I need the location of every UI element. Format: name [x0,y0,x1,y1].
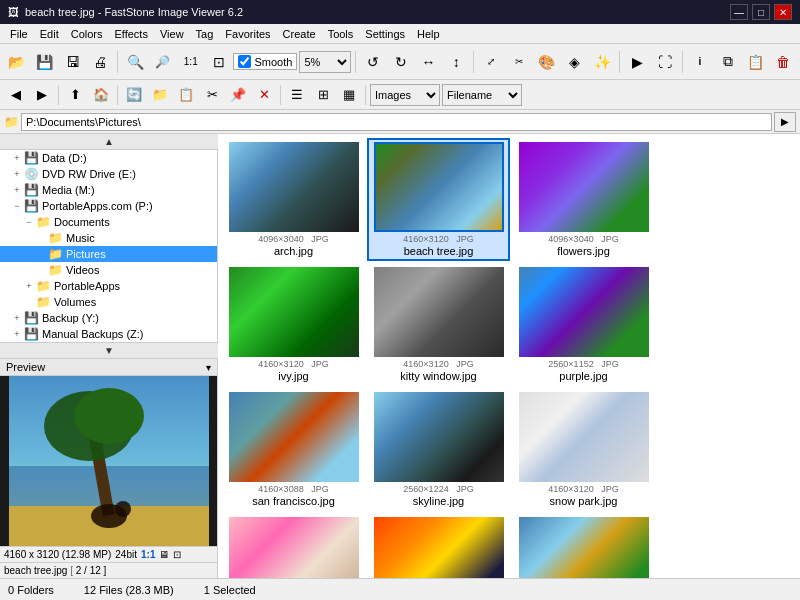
tree-item-dvd[interactable]: + 💿 DVD RW Drive (E:) [0,166,217,182]
menu-settings[interactable]: Settings [359,27,411,41]
tree-item-pictures[interactable]: 📁 Pictures [0,246,217,262]
menu-favorites[interactable]: Favorites [219,27,276,41]
tree-item-data[interactable]: + 💾 Data (D:) [0,150,217,166]
thumb-purple[interactable]: 2560×1152 JPG purple.jpg [512,263,655,386]
zoom-100-button[interactable]: 1:1 [178,49,204,75]
thumb-snow-name: snow park.jpg [550,495,618,507]
color-adj-button[interactable]: 🎨 [534,49,560,75]
smooth-checkbox[interactable] [238,55,251,68]
move-button[interactable]: ✂ [200,83,224,107]
thumb-snow[interactable]: 4160×3120 JPG snow park.jpg [512,388,655,511]
zoom-in-button[interactable]: 🔍 [122,49,148,75]
thumb-beach[interactable]: 4160×3120 JPG beach tree.jpg [367,138,510,261]
preview-header: Preview ▾ [0,359,217,376]
print-button[interactable]: 🖨 [87,49,113,75]
tree-item-documents[interactable]: − 📁 Documents [0,214,217,230]
slideshow-button[interactable]: ▶ [624,49,650,75]
thumb-flowers-dims: 4096×3040 JPG [548,234,618,244]
tree-item-backup[interactable]: + 💾 Backup (Y:) [0,310,217,326]
nav-back-button[interactable]: ◀ [4,83,28,107]
tree-item-manualbackups[interactable]: + 💾 Manual Backups (Z:) [0,326,217,342]
thumb-gecko[interactable]: 4160×3088 JPG stowaway gecko.jpg [222,513,365,578]
thumb-beach-dims: 4160×3120 JPG [403,234,473,244]
menu-bar: File Edit Colors Effects View Tag Favori… [0,24,800,44]
thumb-skyline[interactable]: 2560×1224 JPG skyline.jpg [367,388,510,511]
nav-forward-button[interactable]: ▶ [30,83,54,107]
menu-help[interactable]: Help [411,27,446,41]
file-type-select[interactable]: Images All Files [370,84,440,106]
zoom-select[interactable]: 5% 10% 25% 50% 75% 100% [299,51,351,73]
thumb-ivy[interactable]: 4160×3120 JPG ivy.jpg [222,263,365,386]
thumb-flowers[interactable]: 4096×3040 JPG flowers.jpg [512,138,655,261]
info-button[interactable]: i [687,49,713,75]
sep2 [355,51,356,73]
tree-label-documents: Documents [54,216,110,228]
address-go-button[interactable]: ▶ [774,112,796,132]
preview-toggle-icon[interactable]: ▾ [206,362,211,373]
zoom-fit-button[interactable]: ⊡ [206,49,232,75]
copy-to-button[interactable]: 📋 [743,49,769,75]
portable-icon: 💾 [24,199,39,213]
sort-select[interactable]: Filename Date Size Type [442,84,522,106]
scroll-down-arrow[interactable]: ▼ [0,342,218,358]
status-folders: 0 Folders [8,584,54,596]
fullscreen-button[interactable]: ⛶ [652,49,678,75]
refresh-button[interactable]: 🔄 [122,83,146,107]
thumb-flowers-image [519,142,649,232]
sep1 [117,51,118,73]
thumb-ivy-dims: 4160×3120 JPG [258,359,328,369]
nav-up-button[interactable]: ⬆ [63,83,87,107]
menu-tools[interactable]: Tools [322,27,360,41]
view-grid-button[interactable]: ⊞ [311,83,335,107]
menu-tag[interactable]: Tag [190,27,220,41]
save-as-button[interactable]: 🖫 [60,49,86,75]
thumb-kitty-dims: 4160×3120 JPG [403,359,473,369]
thumb-sf[interactable]: 4160×3088 JPG san francisco.jpg [222,388,365,511]
rotate-left-button[interactable]: ↺ [360,49,386,75]
nav-home-button[interactable]: 🏠 [89,83,113,107]
menu-create[interactable]: Create [277,27,322,41]
effects-button[interactable]: ✨ [589,49,615,75]
zoom-out-button[interactable]: 🔎 [150,49,176,75]
copy-nav-button[interactable]: 📋 [174,83,198,107]
thumb-walkway[interactable]: 4160×3120 JPG walkway to blue.jpg [512,513,655,578]
menu-edit[interactable]: Edit [34,27,65,41]
menu-file[interactable]: File [4,27,34,41]
compare-button[interactable]: ⧉ [715,49,741,75]
scroll-up-arrow[interactable]: ▲ [0,134,218,150]
tree-item-portable[interactable]: − 💾 PortableApps.com (P:) [0,198,217,214]
thumb-beach-image [374,142,504,232]
close-button[interactable]: ✕ [774,4,792,20]
tree-item-videos[interactable]: 📁 Videos [0,262,217,278]
thumb-gecko-image [229,517,359,578]
delete-nav-button[interactable]: ✕ [252,83,276,107]
minimize-button[interactable]: — [730,4,748,20]
save-button[interactable]: 💾 [32,49,58,75]
new-folder-button[interactable]: 📁 [148,83,172,107]
flip-h-button[interactable]: ↔ [416,49,442,75]
main-area: ▲ + 💾 Data (D:) + 💿 DVD RW Drive (E:) + [0,134,800,578]
view-thumb-button[interactable]: ▦ [337,83,361,107]
flip-v-button[interactable]: ↕ [443,49,469,75]
main-toolbar: 📂 💾 🖫 🖨 🔍 🔎 1:1 ⊡ Smooth 5% 10% 25% 50% … [0,44,800,80]
address-input[interactable] [21,113,772,131]
rotate-right-button[interactable]: ↻ [388,49,414,75]
tree-item-volumes[interactable]: 📁 Volumes [0,294,217,310]
crop-button[interactable]: ✂ [506,49,532,75]
menu-colors[interactable]: Colors [65,27,109,41]
sharpen-button[interactable]: ◈ [562,49,588,75]
open-folder-button[interactable]: 📂 [4,49,30,75]
thumb-sunset[interactable]: 400×300 JPG sunset.jpg [367,513,510,578]
maximize-button[interactable]: □ [752,4,770,20]
delete-button[interactable]: 🗑 [770,49,796,75]
tree-item-portableapps[interactable]: + 📁 PortableApps [0,278,217,294]
menu-effects[interactable]: Effects [109,27,154,41]
tree-item-music[interactable]: 📁 Music [0,230,217,246]
thumb-kitty[interactable]: 4160×3120 JPG kitty window.jpg [367,263,510,386]
tree-item-media[interactable]: + 💾 Media (M:) [0,182,217,198]
resize-button[interactable]: ⤢ [478,49,504,75]
paste-button[interactable]: 📌 [226,83,250,107]
menu-view[interactable]: View [154,27,190,41]
thumb-arch[interactable]: 4096×3040 JPG arch.jpg [222,138,365,261]
view-list-button[interactable]: ☰ [285,83,309,107]
